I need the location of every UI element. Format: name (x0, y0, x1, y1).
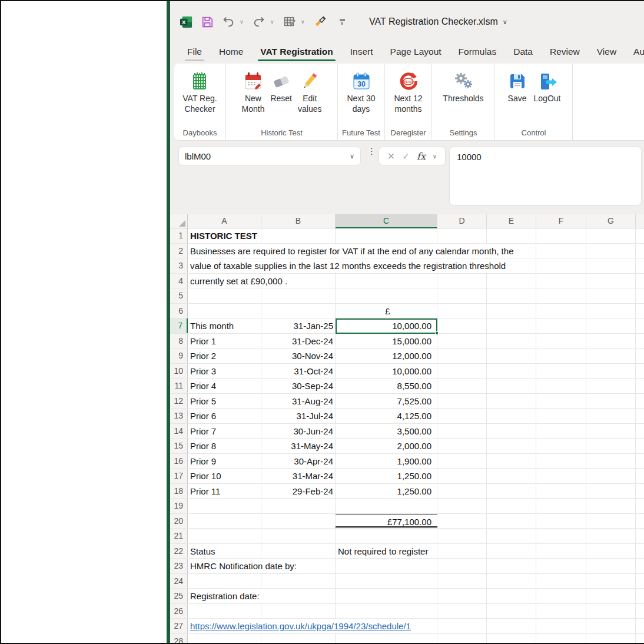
cell-E17[interactable] (487, 469, 536, 483)
cell-E24[interactable] (487, 574, 536, 589)
row-header-12[interactable]: 12 (170, 394, 188, 409)
thresholds-button[interactable]: Thresholds (440, 71, 486, 104)
cell-H7[interactable] (636, 318, 644, 333)
cell-H5[interactable] (636, 288, 644, 303)
cell-H1[interactable] (636, 228, 644, 243)
cell-F22[interactable] (536, 544, 586, 559)
cell-E14[interactable] (487, 424, 536, 439)
cell-E22[interactable] (487, 544, 536, 559)
cell-D4[interactable] (437, 274, 487, 288)
cell-F2[interactable] (536, 244, 586, 258)
cell-H28[interactable] (636, 634, 644, 644)
cell-E27[interactable] (487, 619, 536, 633)
cell-G27[interactable] (586, 619, 636, 633)
draw-table-dropdown-icon[interactable]: ∨ (301, 19, 307, 25)
cell-F13[interactable] (536, 409, 586, 423)
cell-D20[interactable] (437, 514, 487, 529)
tab-formulas[interactable]: Formulas (457, 45, 498, 60)
cell-H2[interactable] (636, 244, 644, 258)
cell-F28[interactable] (536, 634, 586, 644)
cell-H27[interactable] (636, 619, 644, 633)
tab-review[interactable]: Review (549, 45, 581, 60)
cancel-icon[interactable]: ✕ (387, 151, 395, 162)
cell-F3[interactable] (536, 258, 586, 273)
cell-G21[interactable] (586, 529, 636, 543)
row-header-10[interactable]: 10 (170, 364, 188, 379)
row-header-3[interactable]: 3 (170, 258, 188, 273)
cell-E19[interactable] (487, 499, 536, 513)
cell-E15[interactable] (487, 439, 536, 453)
cell-B25[interactable] (261, 589, 336, 603)
cell-G16[interactable] (586, 454, 636, 469)
cell-H13[interactable] (636, 409, 644, 423)
cell-A5[interactable] (188, 288, 261, 303)
cell-F8[interactable] (536, 334, 586, 348)
cell-D28[interactable] (437, 634, 487, 644)
format-painter-icon[interactable] (313, 14, 328, 29)
tab-view[interactable]: View (596, 45, 618, 60)
cell-E26[interactable] (487, 604, 536, 619)
cell-G24[interactable] (586, 574, 636, 589)
cell-A21[interactable] (188, 529, 261, 543)
cell-G4[interactable] (586, 274, 636, 288)
cell-H4[interactable] (636, 274, 644, 288)
customize-quick-access-icon[interactable]: ∨ (337, 19, 347, 25)
row-header-18[interactable]: 18 (170, 484, 188, 499)
cell-D21[interactable] (437, 529, 487, 543)
cell-F27[interactable] (536, 619, 586, 633)
undo-icon[interactable] (221, 14, 236, 29)
cell-H9[interactable] (636, 348, 644, 363)
next-12-months-button[interactable]: YEARNext 12 months (391, 71, 424, 114)
cell-H10[interactable] (636, 364, 644, 379)
cell-H20[interactable] (636, 514, 644, 529)
row-header-20[interactable]: 20 (170, 514, 188, 529)
cell-G6[interactable] (586, 304, 636, 318)
cell-G17[interactable] (586, 469, 636, 483)
cell-G9[interactable] (586, 348, 636, 363)
row-header-21[interactable]: 21 (170, 529, 188, 543)
cell-F15[interactable] (536, 439, 586, 453)
cell-H25[interactable] (636, 589, 644, 603)
cell-D15[interactable] (437, 439, 487, 453)
cell-D16[interactable] (437, 454, 487, 469)
formula-buttons-dropdown-icon[interactable]: ∨ (433, 153, 437, 160)
cell-F18[interactable] (536, 484, 586, 499)
cell-E13[interactable] (487, 409, 536, 423)
cell-F24[interactable] (536, 574, 586, 589)
column-header-C[interactable]: C (336, 214, 437, 228)
cell-G2[interactable] (586, 244, 636, 258)
cell-G18[interactable] (586, 484, 636, 499)
cell-D9[interactable] (437, 348, 487, 363)
cell-E7[interactable] (487, 318, 536, 333)
cell-D10[interactable] (437, 364, 487, 379)
cell-B20[interactable] (261, 514, 336, 529)
cell-H8[interactable] (636, 334, 644, 348)
column-header-partial[interactable] (636, 214, 644, 228)
tab-page-layout[interactable]: Page Layout (389, 45, 443, 60)
cell-F25[interactable] (536, 589, 586, 603)
cell-E1[interactable] (487, 228, 536, 243)
cell-A24[interactable] (188, 574, 261, 589)
cell-F23[interactable] (536, 559, 586, 573)
redo-icon[interactable] (251, 14, 267, 29)
row-header-23[interactable]: 23 (170, 559, 188, 573)
cell-B22[interactable] (261, 544, 336, 559)
cell-H15[interactable] (636, 439, 644, 453)
cell-B26[interactable] (261, 604, 336, 619)
cell-C26[interactable] (336, 604, 437, 619)
cell-C1[interactable] (336, 228, 437, 243)
cell-H6[interactable] (636, 304, 644, 318)
column-header-D[interactable]: D (437, 214, 487, 228)
cell-E9[interactable] (487, 348, 536, 363)
select-all-corner[interactable] (170, 214, 188, 228)
cell-D14[interactable] (437, 424, 487, 439)
cell-H24[interactable] (636, 574, 644, 589)
row-header-8[interactable]: 8 (170, 334, 188, 348)
cell-B1[interactable] (261, 228, 336, 243)
cell-D19[interactable] (437, 499, 487, 513)
cell-G25[interactable] (586, 589, 636, 603)
row-header-2[interactable]: 2 (170, 244, 188, 258)
cell-G13[interactable] (586, 409, 636, 423)
row-header-5[interactable]: 5 (170, 288, 188, 303)
cell-C19[interactable] (336, 499, 437, 513)
